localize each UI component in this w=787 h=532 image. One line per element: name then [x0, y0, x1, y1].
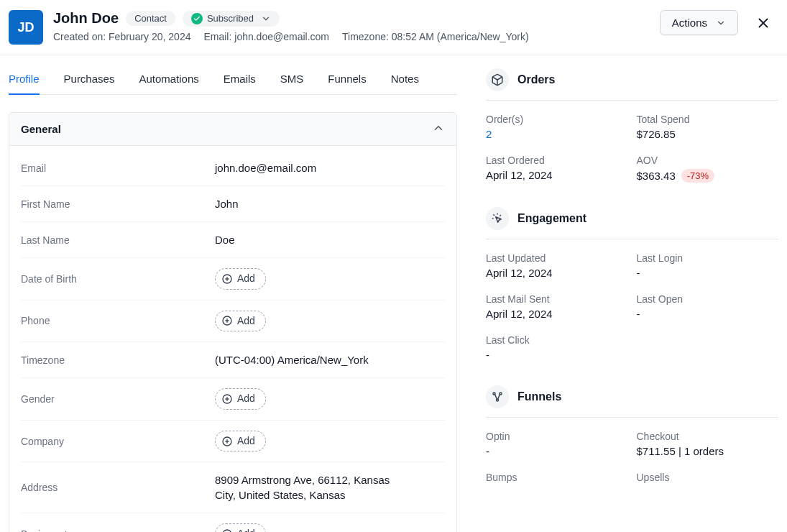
- last-login-value: -: [637, 267, 779, 279]
- panel-title: General: [21, 123, 61, 135]
- tabs: Profile Purchases Automations Emails SMS…: [9, 67, 457, 95]
- last-updated-label: Last Updated: [486, 252, 628, 264]
- plus-circle-icon: [221, 528, 233, 532]
- total-spend-value: $726.85: [637, 128, 779, 140]
- optin-label: Optin: [486, 431, 628, 442]
- subscription-label: Subscribed: [207, 13, 254, 24]
- add-phone-button[interactable]: Add: [215, 311, 266, 332]
- add-dob-button[interactable]: Add: [215, 268, 266, 290]
- orders-count-link[interactable]: 2: [486, 128, 628, 140]
- aov-value: $363.43: [637, 170, 676, 182]
- check-circle-icon: [191, 13, 203, 24]
- subscription-status-dropdown[interactable]: Subscribed: [183, 11, 280, 27]
- tab-profile[interactable]: Profile: [9, 67, 40, 95]
- field-phone: Phone Add: [21, 301, 445, 343]
- funnels-section: Funnels Optin - Checkout $711.55 | 1 ord…: [486, 385, 778, 486]
- orders-title: Orders: [517, 73, 555, 86]
- field-dob: Date of Birth Add: [21, 258, 445, 301]
- tab-notes[interactable]: Notes: [391, 67, 419, 94]
- click-icon: [486, 207, 509, 230]
- checkout-value: $711.55 | 1 orders: [637, 445, 779, 457]
- field-last-name: Last Name Doe: [21, 222, 445, 258]
- last-updated-value: April 12, 2024: [486, 267, 628, 279]
- email-meta: Email: john.doe@email.com: [203, 31, 329, 42]
- plus-circle-icon: [221, 393, 233, 405]
- actions-label: Actions: [672, 17, 707, 29]
- add-business-type-button[interactable]: Add: [215, 523, 266, 532]
- last-click-value: -: [486, 349, 628, 361]
- add-company-button[interactable]: Add: [215, 431, 266, 452]
- timezone-meta: Timezone: 08:52 AM (America/New_York): [342, 31, 529, 42]
- field-timezone: Timezone (UTC-04:00) America/New_York: [21, 342, 445, 378]
- last-ordered-label: Last Ordered: [486, 155, 628, 166]
- field-business-type: Business type Add: [21, 513, 445, 532]
- close-icon: [755, 15, 771, 31]
- engagement-title: Engagement: [517, 212, 586, 225]
- page-header: JD John Doe Contact Subscribed Created o…: [0, 0, 787, 55]
- last-login-label: Last Login: [637, 252, 779, 264]
- chevron-down-icon: [716, 18, 726, 28]
- last-open-label: Last Open: [637, 293, 779, 305]
- tab-emails[interactable]: Emails: [224, 67, 256, 94]
- field-first-name: First Name John: [21, 186, 445, 222]
- field-email: Email john.doe@email.com: [21, 150, 445, 186]
- plus-circle-icon: [221, 273, 233, 285]
- last-ordered-value: April 12, 2024: [486, 169, 628, 181]
- actions-button[interactable]: Actions: [660, 10, 738, 35]
- box-icon: [486, 68, 509, 91]
- contact-name: John Doe: [53, 10, 119, 27]
- general-panel-header[interactable]: General: [9, 113, 456, 146]
- field-address: Address 8909 Armstrong Ave, 66112, Kansa…: [21, 462, 445, 513]
- funnel-icon: [486, 385, 509, 408]
- total-spend-label: Total Spend: [637, 114, 779, 125]
- general-panel: General Email john.doe@email.com First N…: [9, 112, 457, 532]
- engagement-section: Engagement Last Updated April 12, 2024 L…: [486, 207, 778, 361]
- avatar: JD: [9, 10, 43, 45]
- chevron-up-icon: [432, 121, 445, 137]
- last-mail-label: Last Mail Sent: [486, 293, 628, 305]
- upsells-label: Upsells: [637, 472, 779, 483]
- last-open-value: -: [637, 308, 779, 320]
- tab-purchases[interactable]: Purchases: [64, 67, 115, 94]
- tab-automations[interactable]: Automations: [139, 67, 198, 94]
- last-mail-value: April 12, 2024: [486, 308, 628, 320]
- tab-sms[interactable]: SMS: [280, 67, 304, 94]
- tab-funnels[interactable]: Funnels: [328, 67, 366, 94]
- checkout-label: Checkout: [637, 431, 779, 442]
- created-meta: Created on: February 20, 2024: [53, 31, 190, 42]
- aov-label: AOV: [637, 155, 779, 166]
- plus-circle-icon: [221, 436, 233, 447]
- add-gender-button[interactable]: Add: [215, 388, 266, 410]
- orders-count-label: Order(s): [486, 114, 628, 125]
- contact-type-badge: Contact: [126, 11, 175, 26]
- bumps-label: Bumps: [486, 472, 628, 483]
- close-button[interactable]: [751, 11, 776, 35]
- last-click-label: Last Click: [486, 334, 628, 346]
- field-company: Company Add: [21, 421, 445, 463]
- aov-delta-badge: -73%: [681, 169, 714, 183]
- funnels-title: Funnels: [517, 390, 561, 403]
- orders-section: Orders Order(s) 2 Total Spend $726.85 La…: [486, 68, 778, 183]
- field-gender: Gender Add: [21, 378, 445, 421]
- plus-circle-icon: [221, 315, 233, 326]
- optin-value: -: [486, 445, 628, 457]
- chevron-down-icon: [261, 14, 271, 24]
